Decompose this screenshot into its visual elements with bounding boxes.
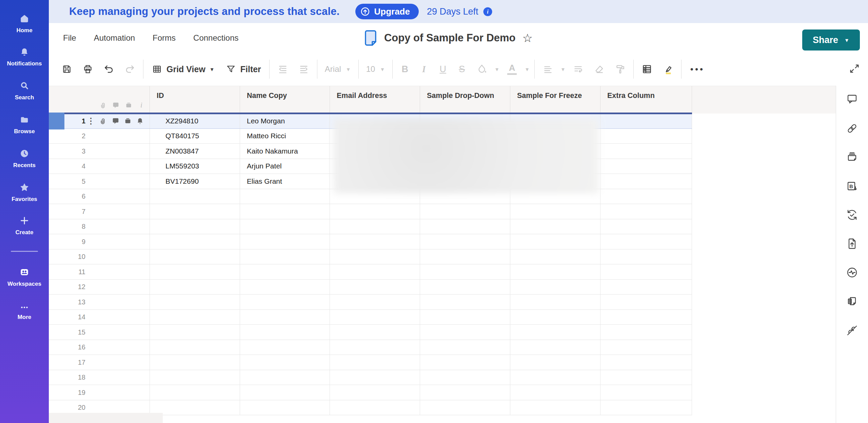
font-family-selector[interactable]: Arial ▼ xyxy=(320,64,356,74)
undo-button[interactable] xyxy=(98,58,119,80)
eraser-button[interactable] xyxy=(589,58,610,80)
row-number[interactable]: 20 xyxy=(68,404,85,411)
row-number[interactable]: 17 xyxy=(68,358,85,366)
column-header-id[interactable]: ID xyxy=(150,86,240,114)
cell-id[interactable] xyxy=(150,249,240,264)
cell-extra[interactable] xyxy=(600,114,692,128)
chevron-down-icon[interactable]: ▼ xyxy=(560,67,566,72)
row-number[interactable]: 15 xyxy=(68,328,85,336)
cell-id[interactable] xyxy=(150,340,240,355)
cell-dropdown[interactable] xyxy=(420,295,510,309)
cell-dropdown[interactable] xyxy=(420,370,510,385)
cell-name-copy[interactable] xyxy=(240,280,330,295)
cell-freeze[interactable] xyxy=(510,219,600,234)
sidebar-item-browse[interactable]: Browse xyxy=(0,115,49,135)
menu-forms[interactable]: Forms xyxy=(153,33,176,43)
paint-roller-icon[interactable] xyxy=(610,58,631,80)
cell-extra[interactable] xyxy=(600,249,692,264)
cell-id[interactable]: ZN003847 xyxy=(150,144,240,159)
align-button[interactable] xyxy=(537,58,558,80)
info-icon[interactable]: i xyxy=(483,7,492,16)
row-number[interactable]: 12 xyxy=(68,283,85,291)
cell-dropdown[interactable] xyxy=(420,385,510,400)
row-menu-kebab-icon[interactable]: ⋮ xyxy=(87,116,95,126)
fill-color-button[interactable] xyxy=(471,58,492,80)
row-number[interactable]: 3 xyxy=(68,147,85,155)
cell-extra[interactable] xyxy=(600,204,692,219)
cell-name-copy[interactable] xyxy=(240,400,330,415)
italic-button[interactable]: I xyxy=(414,64,433,75)
attachments-icon[interactable] xyxy=(845,150,859,164)
sidebar-item-recents[interactable]: Recents xyxy=(0,148,49,169)
highlighter-button[interactable] xyxy=(657,58,678,80)
bridge-icon[interactable]: B xyxy=(845,180,859,193)
cell-name-copy[interactable] xyxy=(240,189,330,204)
indent-button[interactable] xyxy=(293,58,314,80)
cell-name-copy[interactable]: Matteo Ricci xyxy=(240,129,330,144)
cell-freeze[interactable] xyxy=(510,249,600,264)
update-requests-icon[interactable] xyxy=(845,208,859,222)
view-selector[interactable]: Grid View ▼ xyxy=(146,58,220,80)
sidebar-item-home[interactable]: Home xyxy=(0,14,49,34)
sidebar-item-notifications[interactable]: Notifications xyxy=(0,47,49,67)
row-number[interactable]: 13 xyxy=(68,298,85,306)
cell-name-copy[interactable] xyxy=(240,340,330,355)
row-number[interactable]: 1 xyxy=(68,117,85,125)
cell-name-copy[interactable] xyxy=(240,249,330,264)
expand-icon[interactable] xyxy=(848,62,861,76)
cell-id[interactable]: LM559203 xyxy=(150,159,240,174)
cell-email[interactable] xyxy=(330,204,420,219)
underline-button[interactable]: U xyxy=(433,64,452,75)
cell-freeze[interactable] xyxy=(510,204,600,219)
cell-extra[interactable] xyxy=(600,280,692,295)
cell-email[interactable] xyxy=(330,370,420,385)
chevron-down-icon[interactable]: ▼ xyxy=(525,67,530,72)
save-button[interactable] xyxy=(56,58,77,80)
upgrade-button[interactable]: Upgrade xyxy=(355,4,419,19)
cell-extra[interactable] xyxy=(600,385,692,400)
cell-email[interactable] xyxy=(330,340,420,355)
cell-email[interactable] xyxy=(330,264,420,279)
strikethrough-button[interactable]: S xyxy=(452,64,471,75)
sidebar-item-workspaces[interactable]: Workspaces xyxy=(0,267,49,287)
row-number[interactable]: 6 xyxy=(68,193,85,200)
row-number[interactable]: 4 xyxy=(68,162,85,170)
cell-extra[interactable] xyxy=(600,189,692,204)
cell-email[interactable] xyxy=(330,400,420,415)
cell-email[interactable] xyxy=(330,249,420,264)
cell-dropdown[interactable] xyxy=(420,280,510,295)
proof-icon[interactable] xyxy=(124,117,132,125)
sidebar-item-search[interactable]: Search xyxy=(0,81,49,101)
cell-id[interactable] xyxy=(150,295,240,309)
column-header-extra[interactable]: Extra Column xyxy=(600,86,692,114)
publish-icon[interactable] xyxy=(845,237,859,250)
cell-freeze[interactable] xyxy=(510,355,600,370)
cell-extra[interactable] xyxy=(600,325,692,340)
bold-button[interactable]: B xyxy=(395,64,414,75)
cell-extra[interactable] xyxy=(600,370,692,385)
attachment-icon[interactable] xyxy=(99,117,106,125)
cell-id[interactable] xyxy=(150,189,240,204)
cell-name-copy[interactable] xyxy=(240,325,330,340)
cell-name-copy[interactable]: Leo Morgan xyxy=(240,114,330,128)
text-color-button[interactable]: A xyxy=(501,58,522,80)
sidebar-item-more[interactable]: More xyxy=(0,304,49,321)
favorite-star-icon[interactable]: ☆ xyxy=(522,32,533,44)
cell-name-copy[interactable] xyxy=(240,385,330,400)
connections-plug-icon[interactable] xyxy=(845,324,859,337)
cell-email[interactable] xyxy=(330,355,420,370)
cell-id[interactable] xyxy=(150,310,240,325)
print-button[interactable] xyxy=(77,58,98,80)
cell-name-copy[interactable] xyxy=(240,219,330,234)
cell-id[interactable]: XZ294810 xyxy=(150,114,240,128)
activity-log-icon[interactable] xyxy=(845,266,859,279)
font-size-selector[interactable]: 10 ▼ xyxy=(361,64,390,74)
cell-id[interactable] xyxy=(150,219,240,234)
cell-extra[interactable] xyxy=(600,129,692,144)
link-icon[interactable] xyxy=(845,122,859,135)
cell-name-copy[interactable] xyxy=(240,310,330,325)
selected-row-handle[interactable] xyxy=(49,113,64,129)
cell-freeze[interactable] xyxy=(510,385,600,400)
row-number[interactable]: 19 xyxy=(68,388,85,396)
reminder-bell-icon[interactable] xyxy=(136,117,144,125)
